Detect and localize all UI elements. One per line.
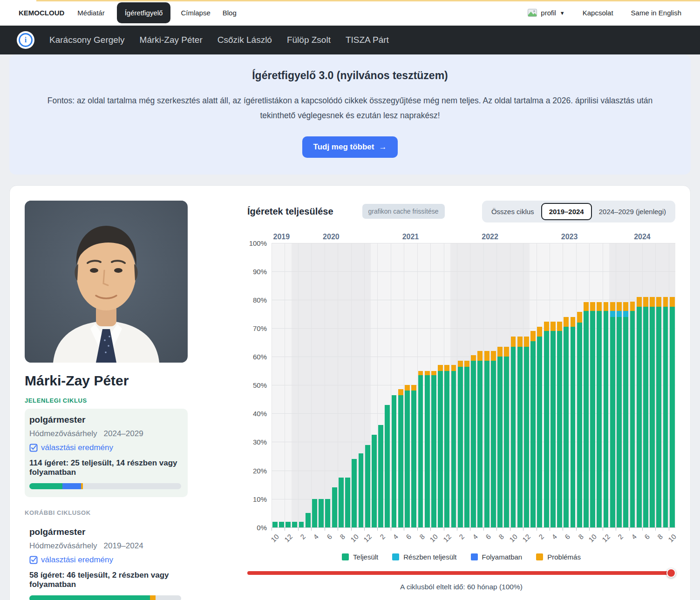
bar-segment-problémás [630, 302, 635, 311]
x-tick-label: 12 [600, 533, 612, 544]
bar-segment-problémás [517, 337, 523, 346]
bar-segment-problémás [444, 365, 449, 371]
bar-segment-teljesült [292, 522, 297, 527]
topnav-item-cimlapse[interactable]: Címlapse [181, 9, 210, 17]
chart-bar [463, 243, 470, 527]
bar-segment-teljesült [378, 425, 383, 527]
x-tick [537, 528, 537, 531]
profile-menu[interactable]: profil ▼ [528, 9, 564, 17]
chart-bar [384, 243, 391, 527]
slider-track[interactable] [247, 571, 675, 575]
x-tick-label: 12 [283, 533, 294, 544]
tab-2024-2029[interactable]: 2024–2029 (jelenlegi) [592, 204, 673, 219]
y-tick-label: 60% [245, 353, 267, 361]
year-label-2022: 2022 [482, 233, 498, 241]
topnav-item-mediatar[interactable]: Médiatár [77, 9, 104, 17]
x-tick [417, 528, 418, 531]
x-tick-label: 10 [587, 533, 598, 544]
bar-segment-problémás [464, 361, 469, 366]
bar-segment-problémás [650, 297, 655, 307]
chart-bar [662, 243, 669, 527]
topnav-item-kapcsolat[interactable]: Kapcsolat [583, 9, 613, 17]
bar-segment-teljesült [464, 367, 469, 527]
subnav-item-fulop[interactable]: Fülöp Zsolt [287, 35, 331, 45]
page-title-person-name: Márki-Zay Péter [25, 373, 188, 389]
subnav-item-tisza[interactable]: TISZA Párt [346, 35, 389, 45]
bar-segment-problémás [637, 297, 642, 307]
tab-2019-2024[interactable]: 2019–2024 [541, 203, 592, 220]
x-tick-label: 2 [378, 533, 387, 541]
chart-bar [583, 243, 589, 527]
year-label-2019: 2019 [273, 233, 290, 241]
tab-all-cycles[interactable]: Összes ciklus [484, 204, 541, 219]
slider-handle[interactable] [666, 568, 676, 578]
x-tick [457, 528, 457, 531]
chart-bar [642, 243, 649, 527]
election-result-label: választási eredmény [41, 443, 113, 452]
bar-segment-teljesült [623, 317, 628, 527]
chart-bar [623, 243, 629, 527]
x-tick [603, 528, 603, 531]
elapsed-time-slider[interactable] [247, 568, 675, 578]
x-tick [576, 528, 577, 531]
bar-segment-teljesült [444, 371, 449, 527]
subnav-item-csozik[interactable]: Csőzik László [217, 35, 272, 45]
topnav-item-igeretfigyelo-active[interactable]: Ígéretfigyelő [117, 2, 171, 23]
election-result-link[interactable]: választási eredmény [29, 555, 113, 565]
bar-segment-teljesült [484, 361, 489, 527]
chart-bar [616, 243, 622, 527]
x-tick [325, 528, 325, 531]
bar-segment-problémás [471, 355, 476, 361]
progress-segment [29, 483, 62, 489]
bar-segment-teljesült [670, 307, 675, 527]
chart-bar [543, 243, 550, 527]
bar-segment-problémás [537, 327, 542, 337]
topnav-item-blog[interactable]: Blog [223, 9, 237, 17]
info-icon[interactable]: i [17, 31, 34, 49]
chart-legend: Teljesült Részben teljesült Folyamatban … [247, 553, 675, 561]
bar-segment-problémás [597, 302, 602, 311]
y-tick-label: 100% [245, 239, 267, 247]
bar-segment-teljesült [411, 391, 416, 527]
bar-segment-teljesült [656, 307, 661, 527]
bar-segment-teljesült [359, 453, 364, 527]
chart-bar [411, 243, 417, 527]
chart-bar [358, 243, 364, 527]
chart-bar [430, 243, 437, 527]
bar-segment-teljesült [398, 395, 403, 527]
cycle-city: Hódmezővásárhely [29, 541, 97, 551]
bar-segment-teljesült [497, 357, 503, 527]
election-result-link[interactable]: választási eredmény [29, 443, 113, 452]
profile-label: profil [541, 9, 556, 17]
bar-segment-teljesült [597, 311, 602, 527]
learn-more-button[interactable]: Tudj meg többet → [302, 136, 398, 158]
chart-bar [331, 243, 338, 527]
chevron-down-icon: ▼ [560, 10, 565, 16]
refresh-cache-button[interactable]: grafikon cache frissítése [362, 204, 445, 219]
bar-segment-teljesült [306, 513, 311, 527]
bar-segment-problémás [458, 361, 463, 366]
bar-segment-problémás [491, 351, 496, 361]
x-tick-label: 4 [630, 533, 638, 541]
y-tick-label: 90% [245, 268, 267, 276]
chart-bar [603, 243, 609, 527]
bar-segment-problémás [544, 322, 549, 331]
bar-segment-problémás [451, 365, 456, 371]
chart-bar [305, 243, 311, 527]
brand-kemocloud[interactable]: KEMOCLOUD [19, 9, 64, 17]
promise-summary: 114 ígéret: 25 teljesült, 14 részben vag… [29, 458, 181, 477]
subnav-item-markizay[interactable]: Márki-Zay Péter [140, 35, 203, 45]
hero-title: Ígéretfigyelő 3.0 (nyilvános tesztüzem) [37, 69, 663, 82]
bar-segment-teljesült [477, 361, 483, 527]
cycle-role: polgármester [29, 527, 181, 537]
chart-bar [629, 243, 636, 527]
subnav-item-karacsony[interactable]: Karácsony Gergely [49, 35, 125, 45]
promise-summary: 58 ígéret: 46 teljesült, 2 részben vagy … [29, 571, 181, 589]
x-tick-label: 6 [325, 533, 333, 541]
topnav-item-language[interactable]: Same in English [631, 9, 681, 17]
x-tick-label: 8 [418, 533, 426, 541]
x-tick-label: 8 [497, 533, 505, 541]
x-tick-label: 10 [666, 533, 678, 544]
bar-segment-teljesült [471, 361, 476, 527]
bar-segment-problémás [511, 337, 516, 346]
